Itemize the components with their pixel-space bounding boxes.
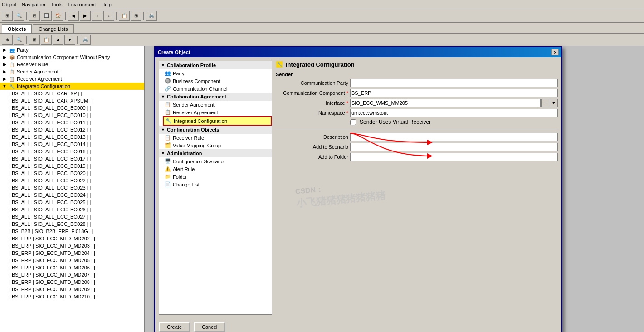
subitem-19[interactable]: | BS_B2B | SIO_B2B_ERP_FI018G | | [7, 228, 144, 235]
menu-object[interactable]: Object [2, 2, 16, 7]
input-add-folder[interactable] [350, 153, 558, 161]
input-comm-party[interactable] [350, 79, 558, 87]
subitem-28[interactable]: | BS_ERP | SIO_ECC_MTD_MD210 | | [7, 293, 144, 300]
dialog-tree-alert-rule[interactable]: ⚠️ Alert Rule [163, 165, 272, 173]
toolbar-btn-8[interactable]: ↑ [92, 11, 102, 21]
tree-item-sender-agreement[interactable]: ▶ 📋 Sender Agreement [0, 68, 144, 75]
section-administration[interactable]: ▼ Administration [159, 149, 272, 157]
subitem-26[interactable]: | BS_ERP | SIO_ECC_MTD_MD208 | | [7, 278, 144, 286]
subitem-4[interactable]: | BS_ALL | SIO_ALL_ECC_BC011 | | [7, 119, 144, 126]
dialog-tree-receiver-agreement[interactable]: 📋 Receiver Agreement [163, 108, 272, 116]
input-namespace[interactable] [350, 109, 558, 117]
subitem-0[interactable]: | BS_ALL | SIO_ALL_CAR_XP | | [7, 90, 144, 97]
toolbar2-btn-6[interactable]: ▼ [64, 35, 75, 45]
subitem-18[interactable]: | BS_ALL | SIO_ALL_ECC_BC028 | | [7, 220, 144, 228]
tab-changelists[interactable]: Change Lists [33, 24, 73, 33]
toolbar-btn-1[interactable]: ⊞ [2, 11, 13, 21]
toolbar2-btn-2[interactable]: 🔍 [14, 35, 24, 45]
subitem-8[interactable]: | BS_ALL | SIO_ALL_ECC_BC016 | | [7, 148, 144, 155]
form-divider [276, 129, 558, 129]
subitem-5[interactable]: | BS_ALL | SIO_ALL_ECC_BC012 | | [7, 126, 144, 133]
menu-navigation[interactable]: Navigation [22, 2, 45, 7]
menu-help[interactable]: Help [101, 2, 112, 7]
input-add-scenario[interactable] [350, 143, 558, 151]
toolbar2-btn-5[interactable]: ▲ [53, 35, 63, 45]
toolbar2-btn-7[interactable]: 🖨️ [80, 35, 91, 45]
cancel-button[interactable]: Cancel [194, 322, 225, 332]
subitem-20[interactable]: | BS_ERP | SIO_ECC_MTD_MD202 | | [7, 235, 144, 242]
dialog-tree-receiver-rule[interactable]: 📋 Receiver Rule [163, 134, 272, 142]
subitem-9[interactable]: | BS_ALL | SIO_ALL_ECC_BC017 | | [7, 155, 144, 162]
subitem-1[interactable]: | BS_ALL | SIO_ALL_CAR_XPSUM | | [7, 97, 144, 104]
interface-arrow-btn[interactable]: ▼ [550, 99, 558, 107]
menu-tools[interactable]: Tools [51, 2, 63, 7]
dialog-close-button[interactable]: ✕ [551, 49, 559, 55]
dialog-tree-comm-channel[interactable]: 🔗 Communication Channel [163, 85, 272, 93]
toolbar-btn-7[interactable]: ▶ [80, 11, 91, 21]
subitem-11[interactable]: | BS_ALL | SIO_ALL_ECC_BC020 | | [7, 170, 144, 177]
toolbar-btn-2[interactable]: 🔍 [14, 11, 24, 21]
subitem-24[interactable]: | BS_ERP | SIO_ECC_MTD_MD206 | | [7, 264, 144, 271]
dialog-form: 🔧 Integrated Configuration Sender Commun… [276, 61, 558, 315]
toolbar-btn-5[interactable]: 🏠 [53, 11, 63, 21]
subitem-3[interactable]: | BS_ALL | SIO_ALL_ECC_BC010 | | [7, 112, 144, 119]
administration-children: 🖥️ Configuration Scenario ⚠️ Alert Rule … [159, 157, 272, 188]
tree-item-receiver-agreement[interactable]: ▶ 📋 Receiver Agreement [0, 75, 144, 83]
toolbar-btn-10[interactable]: 📋 [119, 11, 130, 21]
create-button[interactable]: Create [159, 322, 190, 332]
tree-label-integrated-config: Integrated Configuration [17, 83, 70, 89]
form-row-namespace: Namespace [276, 109, 558, 117]
subitem-14[interactable]: | BS_ALL | SIO_ALL_ECC_BC024 | | [7, 191, 144, 199]
arrow-config-objects: ▼ [161, 127, 165, 132]
interface-select-btn[interactable]: □ [541, 99, 549, 107]
section-collaboration-agreement[interactable]: ▼ Collaboration Agreement [159, 93, 272, 101]
checkbox-virtual-receiver[interactable] [350, 119, 356, 125]
subitem-25[interactable]: | BS_ERP | SIO_ECC_MTD_MD207 | | [7, 271, 144, 278]
label-value-mapping: Value Mapping Group [173, 143, 221, 148]
dialog-tree-config-scenario[interactable]: 🖥️ Configuration Scenario [163, 157, 272, 165]
section-collaboration-profile[interactable]: ▼ Collaboration Profile [159, 61, 272, 69]
tab-objects[interactable]: Objects [2, 24, 32, 33]
input-description[interactable] [350, 133, 558, 141]
input-interface[interactable] [350, 99, 541, 107]
subitem-21[interactable]: | BS_ERP | SIO_ECC_MTD_MD203 | | [7, 242, 144, 249]
subitem-2[interactable]: | BS_ALL | SIO_ALL_ECC_BC000 | | [7, 104, 144, 112]
subitem-15[interactable]: | BS_ALL | SIO_ALL_ECC_BC025 | | [7, 199, 144, 206]
input-comm-component[interactable] [350, 89, 558, 97]
dialog-tree-sender-agreement[interactable]: 📋 Sender Agreement [163, 101, 272, 108]
subitem-22[interactable]: | BS_ERP | SIO_ECC_MTD_MD204 | | [7, 249, 144, 257]
toolbar-btn-9[interactable]: ↓ [103, 11, 114, 21]
dialog-tree-business-component[interactable]: 🔘 Business Component [163, 77, 272, 85]
dialog-tree-party[interactable]: 👥 Party [163, 69, 272, 77]
tree-item-comm-comp[interactable]: ▶ 📦 Communication Component Without Part… [0, 54, 144, 61]
dialog-tree-folder[interactable]: 📁 Folder [163, 173, 272, 181]
toolbar-btn-12[interactable]: 🖨️ [146, 11, 157, 21]
dialog-tree-value-mapping[interactable]: 🗂️ Value Mapping Group [163, 142, 272, 149]
subitem-16[interactable]: | BS_ALL | SIO_ALL_ECC_BC026 | | [7, 206, 144, 213]
dialog-tree-change-list[interactable]: 📄 Change List [163, 181, 272, 188]
subitem-27[interactable]: | BS_ERP | SIO_ECC_MTD_MD209 | | [7, 286, 144, 293]
tree-item-integrated-config[interactable]: ▼ 🔧 Integrated Configuration [0, 83, 144, 90]
toolbar-btn-3[interactable]: ⊟ [29, 11, 40, 21]
subitem-23[interactable]: | BS_ERP | SIO_ECC_MTD_MD205 | | [7, 257, 144, 264]
form-title-text: Integrated Configuration [286, 61, 355, 68]
subitem-10[interactable]: | BS_ALL | SIO_ALL_ECC_BC019 | | [7, 162, 144, 170]
menu-environment[interactable]: Environment [68, 2, 96, 7]
toolbar2-btn-1[interactable]: ⊕ [2, 35, 13, 45]
subitem-12[interactable]: | BS_ALL | SIO_ALL_ECC_BC022 | | [7, 177, 144, 184]
subitem-13[interactable]: | BS_ALL | SIO_ALL_ECC_BC023 | | [7, 184, 144, 191]
toolbar2-btn-4[interactable]: 📋 [41, 35, 52, 45]
toolbar-btn-11[interactable]: ⊞ [131, 11, 141, 21]
section-label-administration: Administration [167, 151, 202, 156]
section-config-objects[interactable]: ▼ Configuration Objects [159, 126, 272, 134]
subitem-17[interactable]: | BS_ALL | SIO_ALL_ECC_BC027 | | [7, 213, 144, 220]
toolbar2-btn-3[interactable]: ⊞ [29, 35, 40, 45]
tree-item-receiver-rule[interactable]: ▶ 📋 Receiver Rule [0, 61, 144, 68]
toolbar-btn-4[interactable]: 🔲 [41, 11, 52, 21]
dialog-tree-integrated-config[interactable]: 🔧 Integrated Configuration [163, 116, 272, 126]
tree-item-party[interactable]: ▶ 👥 Party [0, 46, 144, 54]
toolbar-btn-6[interactable]: ◀ [68, 11, 79, 21]
form-row-comm-component: Communication Component [276, 89, 558, 97]
subitem-6[interactable]: | BS_ALL | SIO_ALL_ECC_BC013 | | [7, 133, 144, 141]
subitem-7[interactable]: | BS_ALL | SIO_ALL_ECC_BC014 | | [7, 141, 144, 148]
